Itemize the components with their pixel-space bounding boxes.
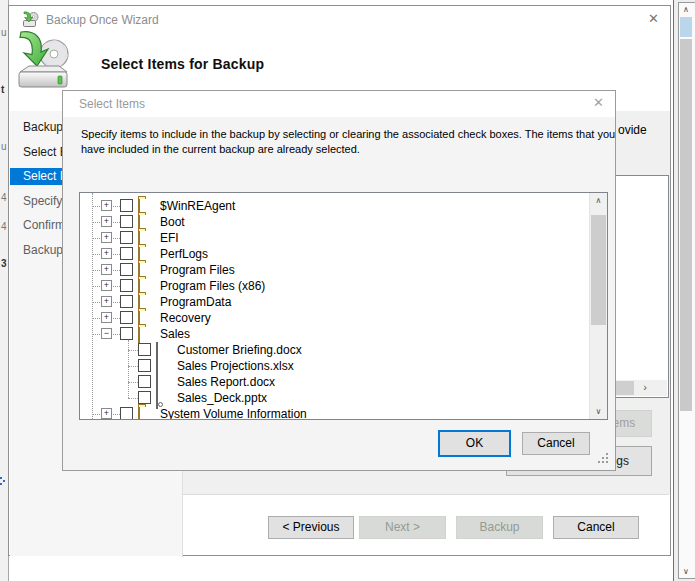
unknown-blue-fragment [0,477,2,479]
expand-toggle[interactable]: + [101,296,112,307]
checkbox[interactable] [138,343,151,356]
clipped-instruction-fragment: ovide [618,123,647,137]
checkbox[interactable] [120,327,133,340]
tree-label: Sales Report.docx [177,375,275,389]
close-icon[interactable]: ✕ [593,95,604,110]
tree-label: System Volume Information [160,407,307,419]
scrollbar-highlight [680,17,692,37]
scrollbar-thumb[interactable] [591,215,606,325]
instruction-line-1: Specify items to include in the backup b… [81,127,611,142]
footer-divider [183,494,669,495]
tree-connector [128,350,138,351]
tree-row-recovery[interactable]: + Recovery [80,310,588,326]
scroll-up-icon[interactable]: ∧ [590,196,607,205]
expand-toggle[interactable]: + [101,248,112,259]
tree-viewport: + $WinREAgent + Boot + EFI + [80,193,590,419]
tree-row-system-volume-information[interactable]: + System Volume Information [80,406,588,419]
checkbox[interactable] [138,375,151,388]
expand-toggle[interactable]: + [101,216,112,227]
clipped-text-fragment: 4 [1,192,7,203]
expand-toggle[interactable]: + [101,408,112,419]
tree-row-program-files-x86[interactable]: + Program Files (x86) [80,278,588,294]
next-button[interactable]: Next > [359,516,446,539]
tree-label: Boot [160,215,185,229]
page-title: Select Items for Backup [101,56,264,72]
background-scrollbar[interactable]: ∧ ∨ [678,2,695,579]
clipped-text-fragment: u [1,141,7,152]
backup-wizard-app-icon [22,11,39,28]
tree-label: Recovery [160,311,211,325]
expand-toggle[interactable]: + [101,312,112,323]
backup-button[interactable]: Backup [456,516,543,539]
tree-label: EFI [160,231,179,245]
tree-vertical-scrollbar[interactable]: ∧ ∨ [589,193,607,419]
tree-label: Sales_Deck.pptx [177,391,267,405]
tree-connector [128,366,138,367]
tree-row-sales-deck[interactable]: Sales_Deck.pptx [80,390,588,406]
expand-toggle[interactable]: + [101,232,112,243]
scroll-right-icon[interactable]: › [637,380,653,396]
checkbox[interactable] [120,215,133,228]
clipped-text-fragment: u [1,27,7,38]
select-items-dialog: Select Items ✕ Specify items to include … [62,90,616,471]
backup-disk-icon [15,30,73,92]
dialog-instruction: Specify items to include in the backup b… [81,127,611,157]
checkbox[interactable] [120,247,133,260]
window-title: Backup Once Wizard [46,13,159,27]
checkbox[interactable] [138,391,151,404]
checkbox[interactable] [120,407,133,419]
checkbox[interactable] [120,295,133,308]
checkbox[interactable] [120,263,133,276]
tree-row-sales-projections[interactable]: Sales Projections.xlsx [80,358,588,374]
tree-label: ProgramData [160,295,231,309]
tree-label: PerfLogs [160,247,208,261]
tree-label: Program Files (x86) [160,279,265,293]
scrollbar-thumb[interactable] [680,39,692,411]
dialog-title: Select Items [79,97,145,111]
checkbox[interactable] [120,279,133,292]
checkbox[interactable] [120,311,133,324]
expand-toggle[interactable]: + [101,264,112,275]
expand-toggle[interactable]: + [101,280,112,291]
expand-toggle[interactable]: + [101,200,112,211]
instruction-line-2: have included in the current backup are … [81,142,611,157]
dialog-titlebar[interactable]: Select Items ✕ [63,91,615,117]
backup-items-tree[interactable]: + $WinREAgent + Boot + EFI + [79,192,608,420]
cancel-button[interactable]: Cancel [522,432,590,455]
clipped-text-fragment: 4 [1,221,7,232]
tree-row-efi[interactable]: + EFI [80,230,588,246]
scroll-down-icon[interactable]: ∨ [590,407,607,416]
previous-button[interactable]: < Previous [268,516,354,539]
tree-label: Sales Projections.xlsx [177,359,294,373]
tree-row-sales-report[interactable]: Sales Report.docx [80,374,588,390]
scroll-up-icon[interactable]: ∧ [679,5,693,14]
tree-connector [128,382,138,383]
tree-label: Sales [160,327,190,341]
background-window-right-sliver: ∧ ∨ [673,0,695,581]
scroll-down-icon[interactable]: ∨ [679,567,693,576]
checkbox[interactable] [120,231,133,244]
close-icon[interactable]: ✕ [648,11,659,26]
wizard-titlebar[interactable]: Backup Once Wizard ✕ [9,6,670,34]
tree-row-program-files[interactable]: + Program Files [80,262,588,278]
tree-row-boot[interactable]: + Boot [80,214,588,230]
tree-row-perflogs[interactable]: + PerfLogs [80,246,588,262]
tree-label: Customer Briefing.docx [177,343,302,357]
tree-row-sales[interactable]: − Sales [80,326,588,342]
tree-row-programdata[interactable]: + ProgramData [80,294,588,310]
tree-connector [128,398,138,399]
resize-grip[interactable] [598,453,610,465]
checkbox[interactable] [138,359,151,372]
clipped-text-fragment: t [1,84,4,95]
tree-row-winreagent[interactable]: + $WinREAgent [80,198,588,214]
ok-button[interactable]: OK [438,430,511,457]
checkbox[interactable] [120,199,133,212]
cancel-button[interactable]: Cancel [553,516,639,539]
tree-row-customer-briefing[interactable]: Customer Briefing.docx [80,342,588,358]
collapse-toggle[interactable]: − [101,328,112,339]
tree-label: $WinREAgent [160,199,235,213]
folder-icon [138,406,140,419]
clipped-text-fragment: 3 [1,258,7,269]
tree-label: Program Files [160,263,235,277]
